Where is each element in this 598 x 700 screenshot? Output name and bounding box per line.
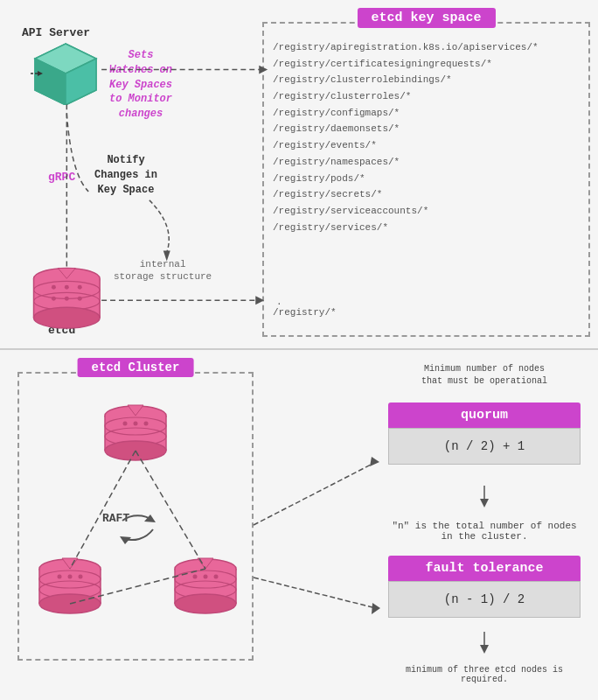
svg-point-12 — [34, 268, 101, 289]
quorum-formula: (n / 2) + 1 — [388, 428, 581, 465]
path-item: /registry/namespaces/* — [273, 154, 539, 171]
etcd-cluster-title: etcd Cluster — [78, 358, 194, 377]
path-item: /registry/events/* — [273, 137, 539, 154]
path-item: /registry/pods/* — [273, 171, 539, 187]
top-section: API Server SetsWatches onKey Spacesto Mo… — [0, 0, 598, 350]
svg-point-23 — [65, 297, 69, 301]
watches-annotation: SetsWatches onKey Spacesto Monitorchange… — [109, 48, 172, 122]
keyspace-bottom-path: . /registry/* — [273, 297, 337, 318]
etcd-keyspace-box: etcd key space /registry/apiregistration… — [262, 22, 590, 337]
path-item: /registry/certificatesigningrequests/* — [273, 56, 539, 73]
svg-marker-7 — [62, 268, 71, 276]
svg-marker-66 — [370, 457, 379, 466]
svg-rect-13 — [34, 278, 101, 318]
svg-line-65 — [254, 462, 376, 525]
etcd-label: etcd — [48, 324, 75, 337]
notify-changes-label: NotifyChanges inKey Space — [94, 153, 157, 197]
path-item: /registry/clusterrolebindings/* — [273, 72, 539, 88]
svg-point-19 — [52, 285, 56, 290]
path-item: /registry/clusterroles/* — [273, 88, 539, 105]
svg-marker-70 — [480, 499, 489, 508]
svg-point-16 — [34, 281, 101, 298]
keyspace-paths: /registry/apiregistration.k8s.io/apiserv… — [273, 39, 539, 235]
grpc-label: gRPC — [48, 171, 75, 184]
quorum-box: quorum (n / 2) + 1 — [388, 402, 581, 465]
min-three-label: minimum of three etcd nodes is required. — [388, 665, 581, 684]
path-item: /registry/daemonsets/* — [273, 121, 539, 137]
svg-point-17 — [34, 292, 101, 310]
api-server-label: API Server — [22, 26, 90, 39]
path-item: /registry/services/* — [273, 220, 539, 236]
svg-point-21 — [78, 285, 82, 290]
internal-storage-label: internalstorage structure — [114, 258, 212, 284]
min-nodes-label: Minimum number of nodesthat must be oper… — [388, 363, 581, 388]
svg-marker-68 — [372, 603, 380, 614]
main-diagram: API Server SetsWatches onKey Spacesto Mo… — [0, 0, 598, 700]
svg-marker-72 — [480, 645, 489, 654]
etcd-keyspace-title: etcd key space — [357, 8, 495, 28]
path-item: /registry/serviceaccounts/* — [273, 203, 539, 220]
fault-formula: (n - 1) / 2 — [388, 581, 581, 618]
fault-title: fault tolerance — [388, 556, 581, 581]
api-server-cube — [31, 39, 101, 105]
svg-marker-25 — [58, 268, 75, 278]
path-item: /registry/secrets/* — [273, 186, 539, 203]
svg-point-20 — [65, 285, 69, 290]
svg-point-24 — [78, 297, 82, 301]
path-item: /registry/configmaps/* — [273, 105, 539, 122]
fault-tolerance-box: fault tolerance (n - 1) / 2 — [388, 556, 581, 618]
n-is-label: "n" is the total number of nodes in the … — [388, 521, 581, 542]
svg-point-22 — [52, 297, 56, 301]
etcd-cluster-box: etcd Cluster — [17, 372, 254, 661]
path-item: /registry/apiregistration.k8s.io/apiserv… — [273, 39, 539, 56]
bottom-section: etcd Cluster RAFT Minimum number of node… — [0, 350, 598, 700]
quorum-title: quorum — [388, 402, 581, 428]
svg-line-67 — [254, 578, 376, 608]
raft-label: RAFT — [102, 512, 129, 525]
